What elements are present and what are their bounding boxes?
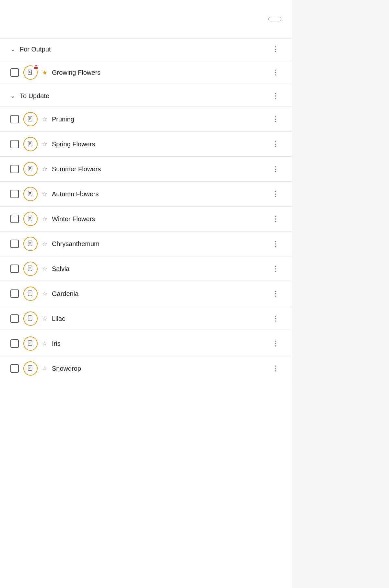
doc-icon-wrap <box>23 212 38 226</box>
svg-rect-0 <box>28 70 32 75</box>
doc-icon <box>27 116 34 123</box>
svg-point-2 <box>31 73 32 74</box>
star-empty-icon[interactable]: ☆ <box>42 365 47 372</box>
item-label: Salvia <box>52 265 69 273</box>
star-empty-icon[interactable]: ☆ <box>42 240 47 247</box>
doc-icon <box>27 265 34 272</box>
item-menu-icon[interactable]: ⋮ <box>270 164 281 174</box>
star-empty-icon[interactable]: ☆ <box>42 116 47 123</box>
section-for-output: ⌄ For Output ⋮ <box>0 39 292 60</box>
item-label: Spring Flowers <box>52 141 95 148</box>
star-empty-icon[interactable]: ☆ <box>42 141 47 148</box>
section-menu-icon[interactable]: ⋮ <box>270 44 281 54</box>
item-menu-icon[interactable]: ⋮ <box>270 139 281 149</box>
item-checkbox[interactable] <box>10 289 19 298</box>
lock-badge <box>33 64 39 70</box>
header-row <box>0 14 292 27</box>
section-label: To Update <box>20 92 49 100</box>
section-left: ⌄ To Update <box>10 92 49 100</box>
item-checkbox[interactable] <box>10 314 19 323</box>
item-left: ☆ Chrysanthemum <box>10 237 100 251</box>
item-menu-icon[interactable]: ⋮ <box>270 314 281 323</box>
item-left: ★ Growing Flowers <box>10 65 100 80</box>
doc-icon <box>27 165 34 173</box>
item-checkbox[interactable] <box>10 68 19 77</box>
item-checkbox[interactable] <box>10 165 19 173</box>
item-label: Snowdrop <box>52 365 81 372</box>
to-update-items: ☆ Pruning ⋮ ☆ Spring Flowers ⋮ <box>0 107 292 381</box>
item-label: Chrysanthemum <box>52 240 100 248</box>
item-menu-icon[interactable]: ⋮ <box>270 189 281 199</box>
star-filled-icon[interactable]: ★ <box>42 69 47 76</box>
new-worklist-row[interactable] <box>0 27 292 39</box>
chevron-down-icon[interactable]: ⌄ <box>10 92 15 99</box>
list-item: ★ Growing Flowers ⋮ <box>0 60 292 85</box>
star-empty-icon[interactable]: ☆ <box>42 340 47 347</box>
star-empty-icon[interactable]: ☆ <box>42 190 47 198</box>
star-empty-icon[interactable]: ☆ <box>42 215 47 222</box>
item-menu-icon[interactable]: ⋮ <box>270 339 281 348</box>
item-left: ☆ Winter Flowers <box>10 212 95 226</box>
doc-icon <box>27 141 34 148</box>
item-menu-icon[interactable]: ⋮ <box>270 239 281 249</box>
item-label: Growing Flowers <box>52 69 100 76</box>
section-to-update: ⌄ To Update ⋮ <box>0 85 292 107</box>
section-menu-icon[interactable]: ⋮ <box>270 91 281 101</box>
item-checkbox[interactable] <box>10 115 19 123</box>
item-label: Autumn Flowers <box>52 190 99 198</box>
doc-icon-wrap <box>23 187 38 201</box>
item-menu-icon[interactable]: ⋮ <box>270 264 281 274</box>
item-menu-icon[interactable]: ⋮ <box>270 68 281 77</box>
list-item: ☆ Autumn Flowers ⋮ <box>0 182 292 207</box>
list-item: ☆ Winter Flowers ⋮ <box>0 207 292 232</box>
item-left: ☆ Iris <box>10 336 61 351</box>
item-label: Gardenia <box>52 290 78 298</box>
filters-button[interactable] <box>268 17 281 21</box>
item-menu-icon[interactable]: ⋮ <box>270 364 281 373</box>
item-label: Pruning <box>52 116 74 123</box>
doc-icon-wrap <box>23 237 38 251</box>
chevron-down-icon[interactable]: ⌄ <box>10 46 15 53</box>
list-item: ☆ Chrysanthemum ⋮ <box>0 232 292 256</box>
doc-circuit-icon <box>27 69 34 76</box>
star-empty-icon[interactable]: ☆ <box>42 290 47 297</box>
lock-icon <box>34 65 38 69</box>
doc-icon-wrap <box>23 336 38 351</box>
item-menu-icon[interactable]: ⋮ <box>270 114 281 124</box>
item-menu-icon[interactable]: ⋮ <box>270 214 281 224</box>
item-left: ☆ Lilac <box>10 311 65 326</box>
item-checkbox[interactable] <box>10 190 19 198</box>
item-checkbox[interactable] <box>10 215 19 223</box>
doc-icon <box>27 240 34 247</box>
list-item: ☆ Gardenia ⋮ <box>0 281 292 306</box>
doc-icon <box>27 190 34 198</box>
item-left: ☆ Gardenia <box>10 287 78 301</box>
doc-icon-wrap <box>23 361 38 376</box>
item-checkbox[interactable] <box>10 364 19 373</box>
doc-icon-wrap <box>23 162 38 176</box>
list-item: ☆ Snowdrop ⋮ <box>0 356 292 381</box>
star-empty-icon[interactable]: ☆ <box>42 165 47 173</box>
item-checkbox[interactable] <box>10 339 19 348</box>
item-left: ☆ Summer Flowers <box>10 162 101 176</box>
doc-icon <box>27 365 34 372</box>
doc-icon <box>27 340 34 347</box>
doc-icon <box>27 315 34 322</box>
star-empty-icon[interactable]: ☆ <box>42 265 47 272</box>
item-label: Summer Flowers <box>52 165 101 173</box>
item-checkbox[interactable] <box>10 240 19 248</box>
list-item: ☆ Lilac ⋮ <box>0 306 292 331</box>
list-item: ☆ Iris ⋮ <box>0 331 292 356</box>
item-label: Winter Flowers <box>52 215 95 223</box>
doc-icon-wrap <box>23 311 38 326</box>
item-left: ☆ Autumn Flowers <box>10 187 99 201</box>
svg-point-6 <box>36 68 36 68</box>
list-item: ☆ Pruning ⋮ <box>0 107 292 132</box>
item-checkbox[interactable] <box>10 140 19 148</box>
item-left: ☆ Spring Flowers <box>10 137 95 151</box>
item-menu-icon[interactable]: ⋮ <box>270 289 281 299</box>
item-left: ☆ Pruning <box>10 112 74 126</box>
item-label: Iris <box>52 340 61 347</box>
star-empty-icon[interactable]: ☆ <box>42 315 47 322</box>
item-checkbox[interactable] <box>10 265 19 273</box>
